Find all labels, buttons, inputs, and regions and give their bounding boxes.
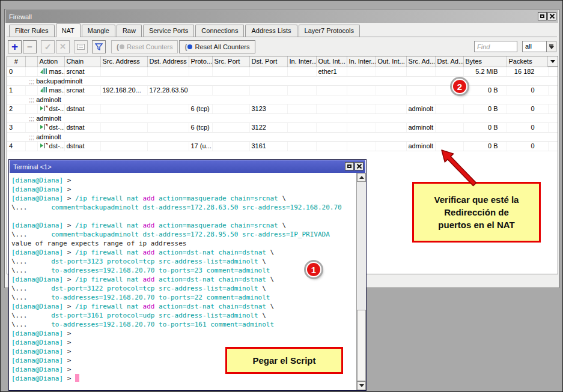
column-header-packets: Packets	[507, 56, 548, 67]
terminal-window-title: Terminal <1>	[13, 163, 52, 170]
column-header-flag	[25, 56, 37, 67]
firewall-toolbar: + − ✓ ✕ ( Reset Counters ( Reset All Cou…	[7, 38, 557, 55]
terminal-line: [diana@Diana] >	[11, 374, 356, 383]
terminal-line: \... dst-port=3123 protocol=tcp src-addr…	[11, 257, 356, 266]
nat-rule-row[interactable]: 2dst-...dstnat6 (tcp)3123adminolt0 B0	[7, 104, 558, 113]
column-header-src_address_list: Src. Ad...	[406, 56, 435, 67]
terminal-line: \... dst-port=3161 protocol=udp src-addr…	[11, 311, 356, 320]
maximize-icon	[540, 14, 544, 18]
chevron-down-icon	[550, 60, 555, 63]
cross-icon: ✕	[59, 42, 66, 51]
column-header-dst_address_list: Dst. Ad...	[435, 56, 463, 67]
reset-counters-button[interactable]: ( Reset Counters	[111, 40, 178, 53]
column-header-src_port: Src. Port	[212, 56, 249, 67]
terminal-line: [diana@Diana] >	[11, 329, 356, 338]
close-icon	[550, 14, 555, 19]
terminal-line: [diana@Diana] > /ip firewall nat add act…	[11, 248, 356, 257]
tab-connections[interactable]: Connections	[195, 25, 244, 37]
column-select-button[interactable]	[547, 56, 558, 67]
terminal-line: [diana@Diana] >	[11, 185, 356, 194]
comment-row[interactable]: ;;; adminolt	[7, 113, 558, 122]
tab-layer7-protocols[interactable]: Layer7 Protocols	[299, 25, 361, 37]
column-header-dst_address: Dst. Address	[147, 56, 189, 67]
view-filter-dropdown-button[interactable]	[546, 41, 556, 52]
nat-rule-row[interactable]: 0mas...srcnatether15.2 MiB16 182	[7, 67, 558, 76]
terminal-line: [diana@Diana] > /ip firewall nat add act…	[11, 302, 356, 311]
comment-button[interactable]	[74, 40, 88, 53]
column-header-chain: Chain	[64, 56, 100, 67]
step-1-badge: 1	[306, 262, 321, 277]
plus-icon: +	[11, 43, 18, 51]
comment-row[interactable]: ;;; adminolt	[7, 95, 558, 104]
tab-service-ports[interactable]: Service Ports	[143, 25, 194, 37]
verify-note-text: Verificar que esté laRedirección depuert…	[434, 193, 519, 231]
close-button[interactable]	[547, 12, 556, 20]
nat-rule-row[interactable]: 1mas...srcnat192.168.20...172.28.63.500 …	[7, 85, 558, 95]
nat-rule-row[interactable]: 3dst-...dstnat6 (tcp)3122adminolt0 B0	[7, 122, 558, 132]
tab-address-lists[interactable]: Address Lists	[245, 25, 297, 37]
maximize-button[interactable]	[538, 12, 547, 20]
terminal-titlebar[interactable]: Terminal <1>	[10, 160, 365, 173]
terminal-line: \... to-addresses=192.168.20.70 to-ports…	[11, 320, 356, 329]
close-icon	[357, 164, 362, 169]
comment-icon	[77, 44, 85, 50]
terminal-line: value of range expects range of ip addre…	[11, 239, 356, 248]
tab-raw[interactable]: Raw	[117, 25, 142, 37]
scroll-up-button[interactable]	[357, 173, 366, 182]
terminal-line: [diana@Diana] >	[11, 338, 356, 347]
check-icon: ✓	[44, 42, 52, 52]
view-filter-combo[interactable]: all	[522, 41, 556, 52]
terminal-maximize-button[interactable]	[345, 162, 354, 170]
terminal-line: [diana@Diana] >	[11, 176, 356, 185]
desktop: Firewall Filter RulesNATMangleRawService…	[0, 0, 563, 392]
terminal-line: [diana@Diana] > /ip firewall nat add act…	[11, 194, 356, 203]
column-header-protocol: Proto...	[189, 56, 212, 67]
column-header-num: #	[7, 56, 25, 67]
tab-filter-rules[interactable]: Filter Rules	[9, 25, 55, 37]
tab-mangle[interactable]: Mangle	[82, 25, 115, 37]
terminal-line: \... to-addresses=192.168.20.70 to-ports…	[11, 266, 356, 275]
firewall-tabs: Filter RulesNATMangleRawService PortsCon…	[7, 23, 557, 37]
scrollbar-thumb[interactable]	[357, 310, 366, 381]
find-input[interactable]	[474, 41, 517, 52]
terminal-scrollbar[interactable]	[356, 173, 366, 390]
tab-nat[interactable]: NAT	[56, 23, 81, 37]
masquerade-icon	[40, 68, 47, 76]
terminal-cursor	[75, 374, 79, 382]
triangle-up-icon	[359, 176, 364, 179]
dstnat-icon	[40, 124, 47, 132]
terminal-line: [diana@Diana] > /ip firewall nat add act…	[11, 275, 356, 284]
paste-script-note: Pegar el Script	[225, 347, 343, 374]
column-header-src_address: Src. Address	[100, 56, 147, 67]
reset-all-counters-button[interactable]: ( Reset All Counters	[179, 40, 255, 53]
nat-table: #ActionChainSrc. AddressDst. AddressProt…	[7, 56, 558, 151]
red-arrow	[421, 138, 493, 192]
reset-counters-icon: (	[117, 43, 124, 51]
column-header-dst_port: Dst. Port	[249, 56, 287, 67]
terminal-line: \... comment=backupadminolt dst-address=…	[11, 203, 356, 212]
disable-button[interactable]: ✕	[56, 40, 70, 53]
add-button[interactable]: +	[8, 40, 22, 53]
masquerade-icon	[40, 86, 47, 95]
nat-header-row: #ActionChainSrc. AddressDst. AddressProt…	[7, 56, 558, 67]
terminal-close-button[interactable]	[355, 162, 364, 170]
reset-all-counters-icon: (	[184, 43, 192, 51]
enable-button[interactable]: ✓	[41, 40, 55, 53]
column-header-in_interface_list: In. Inter...	[347, 56, 376, 67]
column-header-out_interface: Out. Int...	[316, 56, 347, 67]
column-header-action: Action	[37, 56, 64, 67]
scroll-down-button[interactable]	[357, 381, 366, 390]
comment-row[interactable]: ;;; backupadminolt	[7, 76, 558, 85]
column-header-out_interface_list: Out. Int...	[376, 56, 406, 67]
firewall-titlebar[interactable]: Firewall	[5, 10, 558, 23]
terminal-line: \... dst-port=3122 protocol=tcp src-addr…	[11, 284, 356, 293]
filter-button[interactable]	[92, 40, 106, 53]
remove-button[interactable]: −	[23, 40, 37, 53]
terminal-line: \... to-addresses=192.168.20.70 to-ports…	[11, 293, 356, 302]
view-filter-value: all	[522, 41, 546, 52]
dstnat-icon	[40, 105, 47, 113]
terminal-line: \... comment=backupadminolt dst-address=…	[11, 230, 356, 239]
column-header-in_interface: In. Inter...	[287, 56, 316, 67]
funnel-icon	[95, 43, 103, 50]
firewall-window-title: Firewall	[9, 13, 32, 20]
